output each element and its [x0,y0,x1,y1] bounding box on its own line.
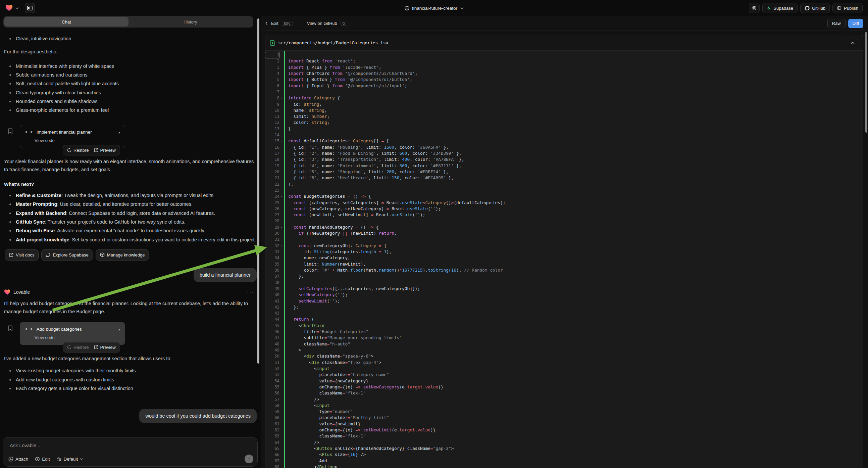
code-line[interactable]: 47 subtitle="Manage your spending limits… [266,335,863,341]
explore-supabase-button[interactable]: Explore Supabase [41,250,93,261]
code-line[interactable]: 42 }; [266,304,863,310]
code-line[interactable]: 51 <div className="flex gap-4"> [266,359,863,365]
attach-button[interactable]: Attach [8,457,28,462]
code-line[interactable]: 63 className="flex-1" [266,433,863,439]
version-card-implement-financial-planner[interactable]: < > Implement financial planner › View c… [20,125,125,148]
code-line[interactable]: 62 onChange={(e) => setNewLimit(e.target… [266,427,863,433]
code-line[interactable]: 12 color: string; [266,119,863,125]
code-line[interactable]: 24›const BudgetCategories = () => { [266,194,863,199]
code-line[interactable]: 1 [266,52,863,58]
fold-chevron-icon[interactable]: › [278,245,284,247]
code-line[interactable]: 57 /> [266,397,863,403]
code-line[interactable]: 60 placeholder="Monthly limit" [266,415,863,421]
code-line[interactable]: 35 limit: Number(newLimit), [266,261,863,267]
message-menu-button[interactable]: ··· [247,289,254,295]
code-line[interactable]: 8›interface Category { [266,95,863,101]
sidebar-toggle-button[interactable] [25,3,35,13]
view-code-link[interactable]: View code [35,335,120,340]
code-line[interactable]: 26 const [newCategory, setNewCategory] =… [266,206,863,212]
visit-docs-button[interactable]: Visit docs [5,250,39,261]
bookmark-icon[interactable] [8,325,13,331]
code-line[interactable]: 65 <Button onClick={handleAddCategory} c… [266,445,863,451]
code-line[interactable]: 61 value={newLimit} [266,421,863,427]
fold-chevron-icon[interactable]: › [278,195,284,197]
code-line[interactable]: 52 <Input [266,365,863,372]
code-line[interactable]: 44 return ( [266,316,863,322]
code-line[interactable]: 10 name: string; [266,108,863,114]
fold-chevron-icon[interactable]: › [278,226,284,228]
fold-chevron-icon[interactable]: › [278,140,284,142]
code-line[interactable]: 4import ChartCard from '@/components/ui/… [266,70,863,77]
code-line[interactable]: 15›const defaultCategories: Category[] =… [266,138,863,144]
code-line[interactable]: 5import { Button } from '@/components/ui… [266,77,863,83]
code-line[interactable]: 66 <Plus size={16} /> [266,451,863,458]
edit-button[interactable]: Edit [35,457,50,462]
code-line[interactable]: 40 setNewCategory(''); [266,292,863,298]
view-code-link[interactable]: View code [35,138,120,143]
code-line[interactable]: 50 <div className="space-y-6"> [266,353,863,359]
code-line[interactable]: 6import { Input } from '@/components/ui/… [266,83,863,89]
preview-button[interactable]: Preview [94,345,116,350]
file-header[interactable]: src/components/budget/BudgetCategories.t… [266,35,863,51]
tab-history[interactable]: History [128,17,253,27]
view-on-github-link[interactable]: View on GitHub [307,21,337,26]
code-line[interactable]: 11 limit: number; [266,114,863,119]
code-line[interactable]: 59 type="number" [266,409,863,415]
code-line[interactable]: 16 { id: '1', name: 'Housing', limit: 15… [266,144,863,150]
code-editor[interactable]: 12import React from 'react';3import { Pl… [266,51,863,468]
code-line[interactable]: 31 [266,236,863,242]
code-line[interactable]: 34 name: newCategory, [266,255,863,261]
code-line[interactable]: 9 id: string; [266,101,863,108]
code-line[interactable]: 56 className="flex-1" [266,390,863,396]
code-line[interactable]: 3import { Plus } from 'lucide-react'; [266,64,863,70]
restore-button[interactable]: Restore [67,148,89,153]
mode-select[interactable]: Default [57,457,84,462]
code-line[interactable]: 13} [266,126,863,132]
code-line[interactable]: 38 [266,280,863,286]
code-scrollbar-thumb[interactable] [865,32,867,133]
tab-chat[interactable]: Chat [4,17,128,27]
code-line[interactable]: 37 }; [266,273,863,279]
code-line[interactable]: 55 onChange={(e) => setNewCategory(e.tar… [266,384,863,390]
code-line[interactable]: 39 setCategories([...categories, newCate… [266,286,863,292]
code-line[interactable]: 36 color: '#' + Math.floor(Math.random()… [266,267,863,273]
code-line[interactable]: 45 <ChartCard [266,323,863,329]
chat-scroll-area[interactable]: Clean, intuitive navigation For the desi… [0,31,261,437]
send-button[interactable]: ↑ [245,455,253,463]
code-line[interactable]: 17 { id: '2', name: 'Food & Dining', lim… [266,150,863,156]
chat-scrollbar-thumb[interactable] [257,19,259,363]
logo-menu-chevron-icon[interactable] [16,7,19,9]
code-line[interactable]: 43 [266,310,863,316]
restore-button-disabled[interactable]: Restore [67,345,89,350]
code-line[interactable]: 19 { id: '4', name: 'Entertainment', lim… [266,163,863,169]
code-line[interactable]: 53 placeholder="Category name" [266,372,863,378]
bookmark-icon[interactable] [8,128,13,134]
manage-knowledge-button[interactable]: Manage knowledge [96,250,149,261]
code-line[interactable]: 46 title="Budget Categories" [266,329,863,335]
code-line[interactable]: 25 const [categories, setCategories] = R… [266,200,863,206]
code-line[interactable]: 21 { id: '6', name: 'Healthcare', limit:… [266,175,863,181]
code-line[interactable]: 41 setNewLimit(''); [266,298,863,304]
code-line[interactable]: 2import React from 'react'; [266,58,863,64]
code-line[interactable]: 48 className="h-auto" [266,341,863,347]
code-line[interactable]: 30 if (!newCategory || !newLimit) return… [266,230,863,236]
code-line[interactable]: 54 value={newCategory} [266,378,863,384]
collapse-file-button[interactable] [847,38,858,48]
code-line[interactable]: 58 <Input [266,403,863,409]
code-line[interactable]: 7 [266,89,863,95]
code-line[interactable]: 33 id: String(categories.length + 1), [266,249,863,255]
code-line[interactable]: 49 > [266,347,863,353]
code-line[interactable]: 64 /> [266,439,863,445]
code-line[interactable]: 29› const handleAddCategory = () => { [266,224,863,230]
diff-toggle-button[interactable]: Diff [848,19,863,28]
chat-input[interactable]: Ask Lovable... [3,437,257,448]
lovable-logo-icon[interactable] [5,5,13,11]
code-line[interactable]: 23 [266,187,863,194]
project-switcher[interactable]: financial-future-creator [404,0,464,16]
code-line[interactable]: 28 [266,218,863,224]
publish-button[interactable]: Publish [832,3,863,13]
fold-chevron-icon[interactable]: › [278,97,284,99]
exit-button[interactable]: Exit [271,21,278,26]
code-line[interactable]: 67 Add [266,458,863,464]
composer[interactable]: Ask Lovable... Attach Edit [3,437,258,467]
